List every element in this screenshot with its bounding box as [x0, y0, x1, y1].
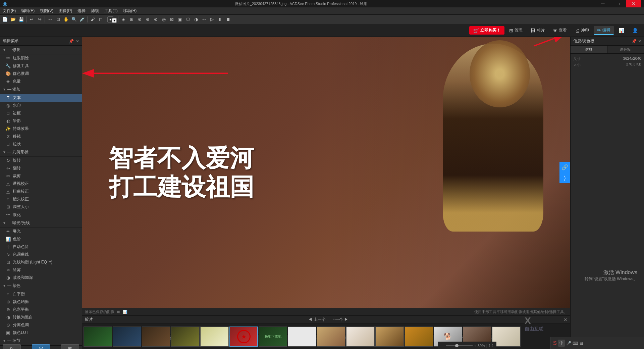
item-color-amount[interactable]: ◈ 色量	[0, 78, 82, 85]
tool-more1[interactable]: ◈	[120, 16, 127, 23]
item-liquify[interactable]: 〜 液化	[0, 211, 82, 219]
panel-close-icon[interactable]: ✕	[76, 39, 79, 44]
panel-pin-icon[interactable]: 📌	[69, 39, 74, 44]
sogou-chinese[interactable]: 中	[558, 340, 565, 347]
thumb-2[interactable]	[113, 327, 141, 347]
right-panel-pin[interactable]: 📌	[632, 39, 637, 44]
item-special-fx[interactable]: ✨ 特殊效果	[0, 125, 82, 133]
image-canvas[interactable]: 智者不入爱河 打工建设祖国 🔗 ⟩	[82, 37, 570, 308]
tool-color-bg[interactable]: ■	[112, 18, 117, 23]
nav-edit[interactable]: ✏ 编辑	[594, 26, 614, 35]
tool-zoom[interactable]: 🔍	[70, 16, 78, 23]
menu-edit[interactable]: 编辑(E)	[18, 7, 37, 14]
tool-more8[interactable]: ▣	[176, 16, 183, 23]
sogou-mic[interactable]: 🎤	[566, 341, 571, 346]
tool-hand[interactable]: ✋	[62, 16, 70, 23]
menu-move[interactable]: 移动(H)	[120, 7, 140, 14]
thumb-9[interactable]	[317, 327, 345, 347]
tool-more2[interactable]: ⊞	[128, 16, 135, 23]
item-lens[interactable]: ○ 镜头校正	[0, 195, 82, 203]
tool-erase[interactable]: ◻	[97, 16, 104, 23]
float-btn-1[interactable]: 🔗	[559, 162, 570, 172]
thumb-5[interactable]	[200, 327, 229, 347]
tool-more12[interactable]: ▷	[208, 16, 216, 23]
section-add[interactable]: ▼ — 添加	[0, 85, 82, 94]
nav-stats-icon[interactable]: 📊	[615, 27, 628, 35]
sogou-keyboard[interactable]: ⌨	[573, 341, 578, 346]
item-curves[interactable]: ∿ 色调曲线	[0, 251, 82, 258]
complete-button[interactable]: 完成	[32, 344, 50, 349]
item-tilt-shift[interactable]: ⧖ 移镜	[0, 133, 82, 140]
item-color-balance2[interactable]: ⊕ 色彩平衡	[0, 306, 82, 313]
thumb-8[interactable]	[288, 327, 316, 347]
filmstrip-close-btn[interactable]: ✕	[564, 317, 568, 322]
save-button[interactable]: 保存	[3, 344, 21, 349]
menu-filter[interactable]: 滤镜	[88, 7, 102, 14]
item-white-balance[interactable]: ○ 白平衡	[0, 290, 82, 298]
tool-more10[interactable]: ◑	[192, 16, 200, 23]
filmstrip-prev-btn[interactable]: ◀ 上一个	[307, 316, 327, 323]
tool-open[interactable]: 📂	[9, 16, 17, 23]
item-watermark[interactable]: ◎ 水印	[0, 102, 82, 109]
zoom-slider[interactable]	[446, 345, 473, 346]
buy-button[interactable]: 🛒 立即购买！	[469, 26, 504, 35]
sogou-grid[interactable]: ▦	[580, 341, 583, 346]
section-geometry[interactable]: ▼ — 几何形状	[0, 148, 82, 157]
tool-more11[interactable]: ⊹	[200, 16, 208, 23]
item-grain[interactable]: □ 粒状	[0, 140, 82, 148]
filmstrip-next-btn[interactable]: 下一个 ▶	[330, 316, 350, 323]
tool-more7[interactable]: ⊠	[168, 16, 175, 23]
tool-redo[interactable]: ↪	[36, 16, 43, 23]
cancel-button[interactable]: 取消	[61, 344, 79, 349]
item-color-micro[interactable]: 🎨 群色微调	[0, 70, 82, 78]
item-crop[interactable]: ✂ 裁剪	[0, 172, 82, 180]
item-vignette[interactable]: ◐ 晕影	[0, 117, 82, 125]
nav-profile-icon[interactable]: 👤	[629, 27, 641, 35]
float-btn-2[interactable]: ⟩	[559, 172, 570, 183]
tool-more9[interactable]: ⬡	[184, 16, 192, 23]
section-repair[interactable]: ▼ — 修复	[0, 46, 82, 54]
item-auto-levels[interactable]: ⊹ 自动色阶	[0, 243, 82, 251]
thumb-10[interactable]	[346, 327, 375, 347]
win-controls[interactable]: ─ □ ✕	[595, 0, 641, 7]
thumb-3[interactable]	[142, 327, 170, 347]
item-repair-tool[interactable]: 🔧 修复工具	[0, 62, 82, 70]
item-distort[interactable]: △ 扭曲校正	[0, 188, 82, 195]
grid-icon[interactable]: ⊞	[117, 310, 120, 314]
thumb-11[interactable]	[375, 327, 404, 347]
section-exposure[interactable]: ▼ — 曝光/光线	[0, 219, 82, 228]
thumb-6-selected[interactable]: ★	[229, 327, 258, 347]
thumb-4[interactable]	[171, 327, 200, 347]
item-dodge-burn[interactable]: ◑ 减淡和加深	[0, 274, 82, 282]
tool-more3[interactable]: ⊛	[136, 16, 143, 23]
item-light-eq[interactable]: ⊡ 光线均衡 (Light EQ™)	[0, 258, 82, 266]
tool-more14[interactable]: ⏹	[224, 16, 232, 23]
tool-more13[interactable]: ⏸	[216, 16, 224, 23]
tool-more6[interactable]: ◎	[160, 16, 167, 23]
nav-manage[interactable]: ⊞ 管理	[506, 26, 526, 35]
tool-undo[interactable]: ↩	[28, 16, 35, 23]
menu-view[interactable]: 视图(V)	[37, 7, 56, 14]
thumb-7[interactable]: 极地下雪地	[259, 327, 287, 347]
tool-crop[interactable]: ⊡	[54, 16, 62, 23]
item-resize[interactable]: ⊞ 调整大小	[0, 203, 82, 211]
tool-select[interactable]: ⊹	[46, 16, 54, 23]
item-dehaze[interactable]: ≋ 除雾	[0, 266, 82, 274]
menu-tools[interactable]: 工具(T)	[102, 7, 120, 14]
menu-select[interactable]: 选择	[75, 7, 88, 14]
close-btn[interactable]: ✕	[626, 0, 641, 7]
tool-brush[interactable]: 🖌	[89, 16, 96, 23]
item-rotate[interactable]: ↻ 旋转	[0, 157, 82, 164]
minimize-btn[interactable]: ─	[595, 0, 610, 7]
tool-eyedrop[interactable]: 💉	[78, 16, 86, 23]
chart-icon[interactable]: 📊	[123, 310, 127, 314]
item-color-balance[interactable]: ⊕ 颜色均衡	[0, 298, 82, 306]
thumb-1[interactable]	[84, 327, 112, 347]
right-panel-close[interactable]: ✕	[638, 39, 641, 44]
item-bw-convert[interactable]: ◑ 转换为黑白	[0, 313, 82, 321]
zoom-in-btn[interactable]: +	[474, 344, 476, 348]
item-levels[interactable]: 📊 色阶	[0, 235, 82, 243]
thumb-12[interactable]	[405, 327, 433, 347]
item-color-lut[interactable]: ▣ 颜色LUT	[0, 329, 82, 337]
nav-view[interactable]: 👁 查看	[549, 26, 570, 35]
